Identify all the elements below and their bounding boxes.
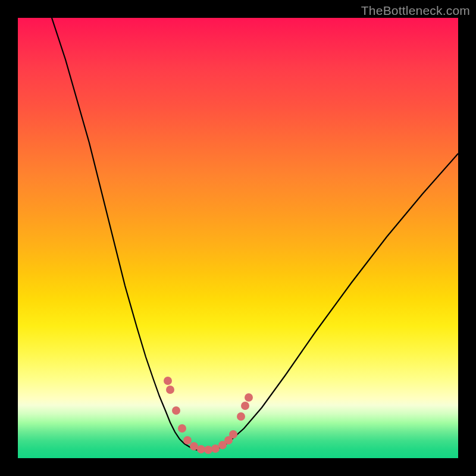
plot-area: [18, 18, 458, 458]
valley-marker: [164, 377, 172, 385]
valley-marker: [237, 412, 245, 421]
valley-marker: [241, 402, 249, 410]
chart-frame: TheBottleneck.com: [0, 0, 476, 476]
watermark-text: TheBottleneck.com: [361, 4, 470, 18]
valley-markers: [18, 18, 458, 458]
valley-marker: [229, 430, 237, 439]
valley-marker: [166, 386, 174, 394]
valley-marker: [245, 393, 253, 402]
valley-marker: [178, 424, 186, 433]
valley-marker: [172, 406, 180, 415]
